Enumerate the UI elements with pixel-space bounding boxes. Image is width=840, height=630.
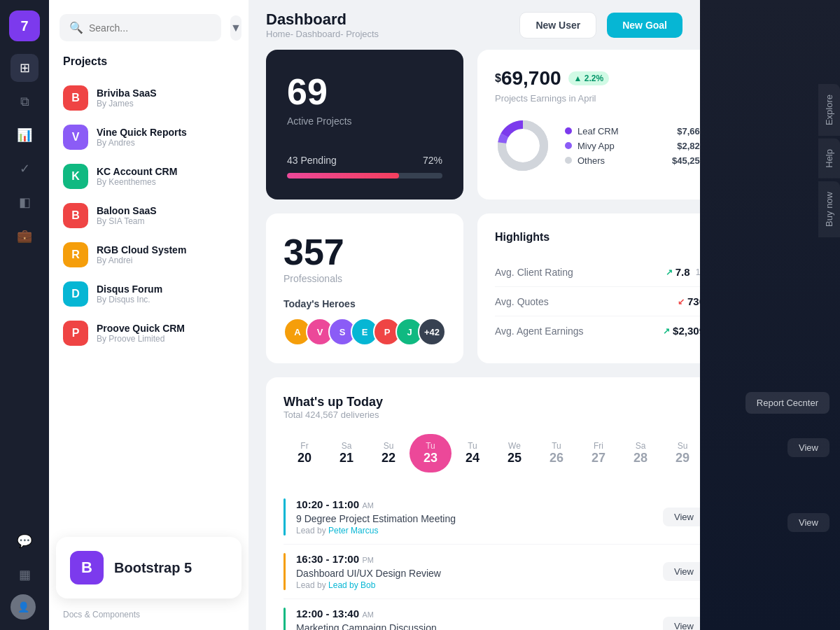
project-item[interactable]: P Proove Quick CRM By Proove Limited xyxy=(49,314,248,353)
project-by: By Andrei xyxy=(97,255,234,265)
cal-day-num: 22 xyxy=(382,451,396,465)
user-avatar-badge[interactable]: 7 xyxy=(9,10,40,41)
cal-day-label: We xyxy=(508,441,521,451)
event-view-button[interactable]: View xyxy=(663,562,700,581)
project-by: By Andres xyxy=(97,138,234,148)
event-view-button[interactable]: View xyxy=(663,507,700,526)
highlight-row: Avg. Quotes ↙ 730 xyxy=(495,287,700,316)
whats-up-subtitle: Total 424,567 deliveries xyxy=(284,410,700,420)
project-item[interactable]: D Disqus Forum By Disqus Inc. xyxy=(49,274,248,314)
cal-day-num: 20 xyxy=(298,451,312,465)
project-by: By Keenthemes xyxy=(97,177,234,187)
side-tab[interactable]: Explore xyxy=(818,84,840,136)
view-button-1[interactable]: View xyxy=(788,438,830,457)
project-by: By SIA Team xyxy=(97,216,234,226)
project-name: Briviba SaaS xyxy=(97,88,234,99)
avatars: AVSEPJ+42 xyxy=(284,318,446,346)
cal-day-label: Fri xyxy=(594,441,603,451)
sidebar: 7 ⊞ ⧉ 📊 ✓ ◧ 💼 💬 ▦ 👤 xyxy=(0,0,49,630)
active-projects-card: 69 Active Projects 43 Pending 72% xyxy=(266,50,463,200)
progress-fill xyxy=(287,173,399,178)
event-view-button[interactable]: View xyxy=(663,617,700,630)
filter-button[interactable]: ▼ xyxy=(230,15,241,41)
sidebar-icon-message[interactable]: 💬 xyxy=(10,527,38,555)
sidebar-icon-chart[interactable]: 📊 xyxy=(10,121,38,149)
project-item[interactable]: K KC Account CRM By Keenthemes xyxy=(49,157,248,196)
sidebar-icon-briefcase[interactable]: 💼 xyxy=(10,222,38,250)
legend-amount: $2,820 xyxy=(672,141,700,151)
event-title: 9 Degree Project Estimation Meeting xyxy=(296,513,652,524)
event-item: 12:00 - 13:40 AM Marketing Campaign Disc… xyxy=(284,599,700,630)
side-tab[interactable]: Buy now xyxy=(818,181,840,237)
pending-label: 43 Pending xyxy=(287,155,337,166)
project-logo: B xyxy=(63,85,88,111)
project-name: KC Account CRM xyxy=(97,166,234,177)
project-item[interactable]: V Vine Quick Reports By Andres xyxy=(49,118,248,157)
legend-label: Leaf CRM xyxy=(578,126,619,136)
event-lead-link[interactable]: Lead by Bob xyxy=(328,580,375,590)
header-title-block: Dashboard Home- Dashboard- Projects xyxy=(266,10,509,39)
earnings-card: $ 69,700 ▲ 2.2% Projects Earnings in Apr… xyxy=(477,50,700,200)
project-item[interactable]: R RGB Cloud System By Andrei xyxy=(49,235,248,274)
event-title: Dashboard UI/UX Design Review xyxy=(296,568,652,579)
calendar-day[interactable]: Sa 21 xyxy=(326,434,368,472)
project-logo: D xyxy=(63,281,88,307)
search-input[interactable] xyxy=(89,22,211,34)
side-tab[interactable]: Help xyxy=(818,139,840,178)
calendar-day[interactable]: Fr 20 xyxy=(284,434,326,472)
sidebar-icon-grid2[interactable]: ▦ xyxy=(10,561,38,589)
bootstrap-card: B Bootstrap 5 xyxy=(56,537,241,598)
breadcrumb: Home- Dashboard- Projects xyxy=(266,29,509,39)
calendar-day[interactable]: We 25 xyxy=(493,434,536,472)
sidebar-icon-stack[interactable]: ◧ xyxy=(10,188,38,216)
event-lead: Lead by Peter Marcus xyxy=(296,526,652,536)
bootstrap-icon: B xyxy=(70,551,104,584)
progress-bar xyxy=(287,173,442,178)
user-avatar[interactable]: 👤 xyxy=(10,594,36,620)
calendar-day[interactable]: Tu 26 xyxy=(536,434,578,472)
project-info: Briviba SaaS By James xyxy=(97,88,234,108)
event-time: 12:00 - 13:40 AM xyxy=(296,608,652,620)
calendar-day[interactable]: Su 22 xyxy=(368,434,410,472)
calendar-day[interactable]: Tu 23 xyxy=(410,434,451,472)
calendar-day[interactable]: Fri 27 xyxy=(578,434,620,472)
cal-day-num: 25 xyxy=(507,451,522,465)
sidebar-icon-grid[interactable]: ⊞ xyxy=(10,54,38,82)
event-border xyxy=(284,608,286,630)
page-title: Dashboard xyxy=(266,10,509,29)
calendar-day[interactable]: Sa 28 xyxy=(620,434,662,472)
highlights-list: Avg. Client Rating ↗ 7.810Avg. Quotes ↙ … xyxy=(495,258,700,345)
projects-list: B Briviba SaaS By James V Vine Quick Rep… xyxy=(49,78,248,353)
professionals-number: 357 xyxy=(284,231,446,273)
left-panel: 🔍 ▼ Projects B Briviba SaaS By James V V… xyxy=(49,0,248,630)
project-item[interactable]: B Baloon SaaS By SIA Team xyxy=(49,196,248,235)
legend-item: Leaf CRM xyxy=(565,126,658,136)
sidebar-icon-check[interactable]: ✓ xyxy=(10,155,38,183)
cal-day-label: Tu xyxy=(426,441,435,451)
sidebar-icon-layers[interactable]: ⧉ xyxy=(10,88,38,115)
event-time: 16:30 - 17:00 PM xyxy=(296,553,652,566)
project-name: Disqus Forum xyxy=(97,284,234,295)
highlight-label: Avg. Quotes xyxy=(495,296,549,307)
new-user-button[interactable]: New User xyxy=(519,12,596,38)
calendar-day[interactable]: Su 29 xyxy=(662,434,700,472)
event-lead-link[interactable]: Peter Marcus xyxy=(328,526,378,536)
view-button-2[interactable]: View xyxy=(788,513,830,532)
project-logo: K xyxy=(63,164,88,189)
legend-label: Mivy App xyxy=(578,141,615,151)
project-logo: R xyxy=(63,242,88,267)
highlight-label: Avg. Client Rating xyxy=(495,267,573,278)
legend-amount: $45,257 xyxy=(672,155,700,166)
report-center-button[interactable]: Report Cecnter xyxy=(746,392,830,414)
growth-badge: ▲ 2.2% xyxy=(568,71,610,85)
legend-dot xyxy=(565,127,572,134)
cal-day-label: Fr xyxy=(300,441,308,451)
project-info: Proove Quick CRM By Proove Limited xyxy=(97,323,234,344)
project-item[interactable]: B Briviba SaaS By James xyxy=(49,78,248,118)
donut-chart xyxy=(495,118,551,174)
project-name: RGB Cloud System xyxy=(97,244,234,255)
docs-link[interactable]: Docs & Components xyxy=(63,610,140,620)
new-goal-button[interactable]: New Goal xyxy=(607,13,682,38)
calendar-day[interactable]: Tu 24 xyxy=(451,434,493,472)
legend-amounts: $7,660$2,820$45,257 xyxy=(672,126,700,166)
